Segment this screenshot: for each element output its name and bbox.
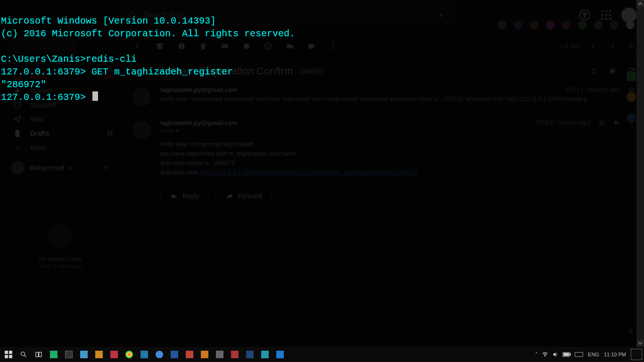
volume-icon[interactable]	[552, 351, 559, 358]
svg-rect-43	[563, 353, 569, 356]
forward-icon	[226, 192, 233, 200]
tasks-addon-icon[interactable]	[627, 113, 636, 123]
wifi-icon[interactable]	[542, 351, 548, 358]
prev-icon[interactable]	[589, 42, 598, 50]
taskview-button[interactable]	[32, 348, 45, 361]
terminal-line: (c) 2016 Microsoft Corporation. All righ…	[1, 28, 295, 39]
sender-avatar	[132, 121, 151, 140]
svg-rect-35	[9, 355, 12, 358]
ext-icon[interactable]	[514, 21, 522, 29]
reply-button[interactable]: Reply	[160, 187, 209, 205]
app-icon[interactable]	[243, 348, 256, 361]
app-icon[interactable]	[77, 348, 91, 361]
message-body: Hello dear mohammad taghizadeh you have …	[160, 140, 636, 178]
app-icon[interactable]	[123, 348, 136, 361]
app-icon[interactable]	[228, 348, 241, 361]
svg-point-7	[602, 14, 604, 16]
terminal-line: C:\Users\Zanis>redis-cli	[1, 54, 137, 65]
message-expanded: taghizadeh.py@gmail.com 23:08 (0 minutes…	[129, 113, 636, 178]
tray-chevron-icon[interactable]: ˄	[535, 352, 538, 358]
ext-icon[interactable]	[530, 21, 538, 29]
app-icon[interactable]	[47, 348, 60, 361]
ext-icon[interactable]	[610, 21, 619, 29]
app-icon[interactable]	[198, 348, 211, 361]
message-to: to me	[160, 127, 174, 134]
chrome-extensions	[498, 21, 635, 29]
label-chip[interactable]: Inbox×	[298, 67, 323, 75]
app-icon[interactable]	[168, 348, 181, 361]
cmd-terminal[interactable]: Microsoft Windows [Version 10.0.14393] (…	[0, 0, 296, 118]
app-icon[interactable]	[258, 348, 272, 361]
hangouts-empty-1: No recent chats	[23, 255, 98, 263]
system-tray[interactable]: ˄	[535, 351, 583, 358]
app-icon[interactable]	[92, 348, 106, 361]
app-icon[interactable]	[153, 348, 166, 361]
sidebar-item-label: More	[30, 144, 45, 151]
keyboard-icon[interactable]	[575, 352, 583, 357]
star-icon[interactable]	[598, 119, 605, 126]
clock[interactable]: 11:10 PM	[604, 352, 626, 357]
keep-addon-icon[interactable]	[627, 92, 636, 102]
search-button[interactable]	[17, 348, 30, 361]
start-button[interactable]	[2, 348, 15, 361]
app-icon[interactable]	[138, 348, 151, 361]
user-name: Mohammad	[29, 164, 64, 172]
app-icon[interactable]	[107, 348, 121, 361]
scroll-down-icon[interactable]	[636, 339, 644, 347]
expand-icon[interactable]	[589, 67, 598, 75]
next-icon[interactable]	[608, 42, 617, 50]
ext-icon[interactable]	[498, 21, 506, 29]
terminal-line: 127.0.0.1:6379>	[1, 92, 91, 103]
sidebar-item-drafts[interactable]: Drafts 11	[3, 126, 118, 140]
svg-point-6	[609, 10, 611, 13]
scroll-up-icon[interactable]	[636, 0, 644, 8]
message-time: 23:08 (0 minutes ago)	[535, 119, 590, 126]
ext-icon[interactable]	[594, 21, 603, 29]
ext-icon[interactable]	[562, 21, 570, 29]
svg-rect-42	[570, 354, 571, 356]
message-time: 23:01 (7 minutes ago)	[565, 86, 620, 93]
terminal-line: "286972"	[1, 79, 46, 90]
app-icon[interactable]	[183, 348, 196, 361]
new-chat-icon[interactable]: +	[103, 162, 109, 174]
window-scrollbar[interactable]	[636, 0, 644, 347]
ext-icon[interactable]	[578, 21, 586, 29]
ext-icon[interactable]	[546, 21, 554, 29]
more-icon[interactable]	[329, 42, 338, 50]
terminal-line: Microsoft Windows [Version 10.0.14393]	[1, 16, 216, 26]
profile-avatar[interactable]	[626, 21, 635, 29]
print-icon[interactable]	[608, 67, 617, 75]
label-icon[interactable]	[307, 42, 316, 50]
svg-line-37	[24, 355, 26, 357]
svg-point-12	[609, 18, 611, 20]
svg-point-9	[609, 14, 611, 16]
sidebar-item-more[interactable]: More	[3, 140, 118, 155]
app-icon[interactable]	[62, 348, 75, 361]
hangouts-empty-2[interactable]: Start a new one	[23, 263, 98, 270]
svg-point-40	[545, 356, 545, 356]
thread-counter: 1 of 254	[559, 43, 579, 49]
svg-rect-34	[5, 355, 8, 358]
svg-rect-32	[5, 351, 8, 354]
sidebar-item-label: Drafts	[30, 130, 49, 137]
settings-icon[interactable]	[627, 42, 636, 50]
svg-rect-39	[39, 352, 41, 356]
forward-button[interactable]: Forward	[216, 187, 272, 205]
activation-link[interactable]: http://127.0.0.1:5000/signup-process/?us…	[200, 169, 417, 176]
svg-rect-33	[9, 351, 12, 354]
battery-icon[interactable]	[562, 352, 571, 357]
app-icon[interactable]	[213, 348, 226, 361]
support-icon[interactable]: ?	[578, 8, 591, 22]
svg-point-10	[602, 18, 604, 20]
apps-icon[interactable]	[600, 8, 613, 22]
chevron-down-icon	[13, 143, 22, 152]
avatar	[11, 161, 25, 174]
action-center-icon[interactable]	[631, 349, 642, 360]
app-icon[interactable]	[273, 348, 287, 361]
calendar-addon-icon[interactable]	[627, 72, 636, 81]
language-indicator[interactable]: ENG	[588, 352, 599, 357]
add-addon-icon[interactable]: +	[628, 325, 635, 337]
file-icon	[13, 129, 22, 138]
svg-point-8	[605, 14, 608, 16]
hangouts-user[interactable]: Mohammad ▾ +	[3, 155, 118, 181]
